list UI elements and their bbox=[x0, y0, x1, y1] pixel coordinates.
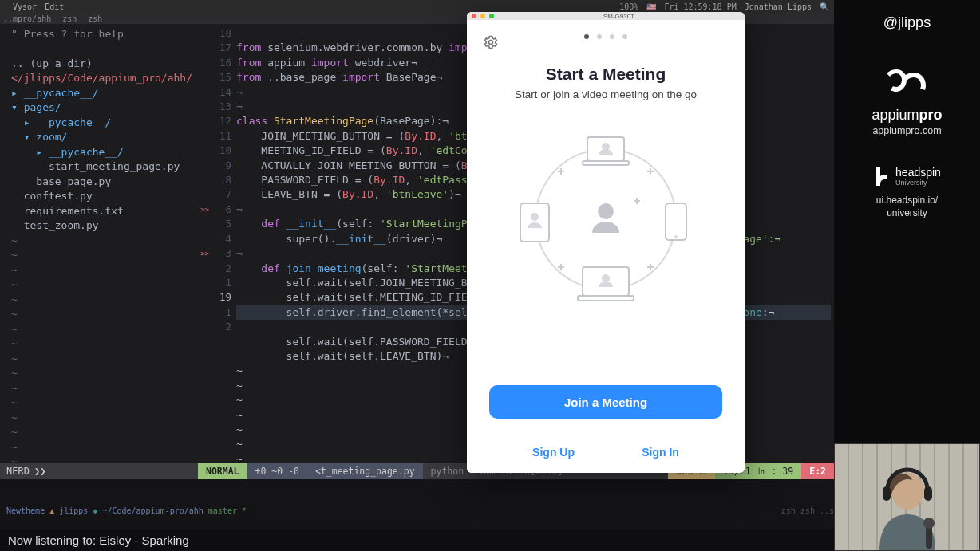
close-icon[interactable] bbox=[472, 14, 476, 18]
breakpoint-marker: >> bbox=[200, 203, 209, 217]
device-mirror-window: SM-G930T Start a Meeting Start or join a… bbox=[467, 12, 745, 473]
now-playing-text: Now listening to: Eisley - Sparking bbox=[8, 533, 189, 547]
svg-point-6 bbox=[531, 213, 539, 221]
tree-dir[interactable]: ▸ __pycache__/ bbox=[11, 116, 198, 131]
tree-file[interactable]: conftest.py bbox=[11, 189, 198, 204]
status-errors: E:2 bbox=[801, 463, 834, 479]
svg-rect-5 bbox=[520, 203, 549, 242]
menubar-edit[interactable]: Edit bbox=[45, 2, 64, 11]
meeting-illustration bbox=[514, 128, 697, 311]
tree-status-bar: NERD ❯❯ bbox=[0, 463, 198, 479]
vim-mode: NORMAL bbox=[198, 463, 247, 479]
appium-pro-logo bbox=[885, 66, 930, 101]
svg-rect-3 bbox=[583, 161, 629, 165]
zoom-icon[interactable] bbox=[489, 14, 494, 18]
stream-overlay: @jlipps appiumpro appiumpro.com headspin… bbox=[834, 0, 980, 551]
device-window-title: SM-G930T bbox=[603, 13, 634, 20]
presenter-silhouette bbox=[863, 462, 951, 550]
terminal-tab[interactable]: zsh bbox=[62, 14, 77, 23]
svg-point-8 bbox=[674, 235, 678, 238]
shell-prompt[interactable]: Newtheme ▲ jlipps ◆ ~/Code/appium-pro/ah… bbox=[0, 479, 834, 515]
tree-file[interactable]: base_page.py bbox=[11, 175, 198, 190]
svg-rect-10 bbox=[578, 296, 634, 301]
tree-up[interactable]: .. (up a dir) bbox=[11, 57, 198, 72]
menubar-app[interactable]: Vysor bbox=[13, 2, 37, 11]
mac-menubar: Vysor Edit 100% 🇺🇸 Fri 12:59:18 PM Jonat… bbox=[0, 0, 834, 13]
tree-dir[interactable]: ▾ zoom/ bbox=[11, 130, 198, 145]
svg-point-11 bbox=[602, 274, 610, 282]
tree-dir[interactable]: ▸ __pycache__/ bbox=[11, 145, 198, 160]
tree-hint: " Press ? for help bbox=[11, 27, 198, 42]
breakpoint-marker: >> bbox=[200, 246, 209, 261]
spotlight-icon[interactable]: 🔍 bbox=[820, 2, 829, 11]
chevron-right-icon: ❯❯ bbox=[34, 466, 45, 477]
tree-file[interactable]: start_meeting_page.py bbox=[11, 159, 198, 175]
clock: Fri 12:59:18 PM bbox=[664, 2, 736, 11]
minimize-icon[interactable] bbox=[480, 14, 485, 18]
tree-dir[interactable]: ▾ pages/ bbox=[11, 100, 198, 116]
user-name: Jonathan Lipps bbox=[745, 2, 812, 11]
terminal-tab[interactable]: ..mpro/ahh bbox=[3, 14, 51, 23]
page-dots bbox=[584, 34, 627, 39]
sign-up-link[interactable]: Sign Up bbox=[532, 446, 575, 459]
status-filename: <t_meeting_page.py bbox=[307, 463, 423, 479]
brand-url: appiumpro.com bbox=[834, 125, 980, 136]
device-subtitle: Start or join a video meeting on the go bbox=[467, 89, 745, 100]
shell-strip: Newtheme ▲ jlipps ◆ ~/Code/appium-pro/ah… bbox=[0, 479, 834, 529]
webcam-feed bbox=[834, 443, 980, 551]
tree-dir[interactable]: ▸ __pycache__/ bbox=[11, 86, 198, 101]
device-title: Start a Meeting bbox=[467, 65, 745, 84]
terminal-tab[interactable]: zsh bbox=[88, 14, 102, 23]
vim-empty-line: ~ bbox=[11, 234, 198, 249]
tree-file[interactable]: requirements.txt bbox=[11, 204, 198, 219]
tree-file[interactable]: test_zoom.py bbox=[11, 218, 198, 234]
sign-column: >> >> bbox=[198, 24, 209, 479]
svg-point-0 bbox=[489, 41, 493, 45]
twitter-handle: @jlipps bbox=[834, 14, 980, 31]
headspin-url: ui.headspin.io/ university bbox=[834, 194, 980, 219]
join-meeting-button[interactable]: Join a Meeting bbox=[489, 385, 722, 419]
now-playing-bar: Now listening to: Eisley - Sparking bbox=[0, 529, 834, 551]
flag-icon: 🇺🇸 bbox=[646, 2, 656, 11]
file-tree[interactable]: " Press ? for help .. (up a dir) </jlipp… bbox=[0, 24, 198, 479]
git-stats: +0 ~0 -0 bbox=[247, 463, 307, 479]
device-titlebar[interactable]: SM-G930T bbox=[467, 12, 745, 20]
headspin-logo: headspin University bbox=[834, 165, 980, 187]
svg-point-17 bbox=[923, 518, 935, 529]
svg-rect-15 bbox=[924, 486, 932, 501]
svg-point-12 bbox=[598, 203, 614, 219]
svg-rect-14 bbox=[883, 486, 891, 501]
battery-label: 100% bbox=[619, 2, 638, 11]
tree-root-path: </jlipps/Code/appium_pro/ahh/ bbox=[11, 71, 198, 86]
device-screen[interactable]: Start a Meeting Start or join a video me… bbox=[467, 20, 745, 473]
svg-rect-7 bbox=[666, 203, 686, 240]
tree-status-label: NERD bbox=[6, 466, 30, 477]
gear-icon[interactable] bbox=[483, 34, 499, 53]
brand-name: appiumpro bbox=[834, 107, 980, 124]
sign-in-link[interactable]: Sign In bbox=[642, 446, 679, 459]
line-numbers: 181716 151413 121110 987 654 321 19 12 bbox=[209, 24, 236, 479]
